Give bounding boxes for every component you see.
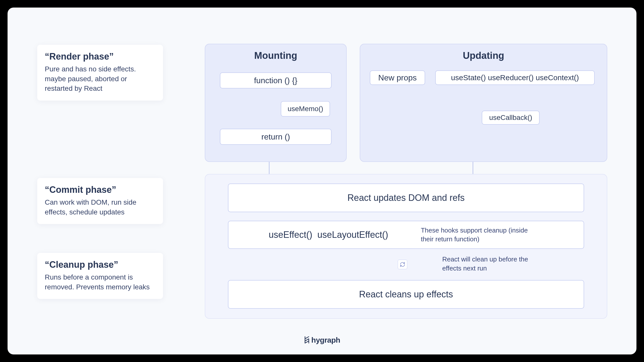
node-usememo: useMemo() <box>281 101 330 117</box>
node-return: return () <box>220 129 332 145</box>
phase-desc: Pure and has no side effects. maybe paus… <box>45 64 155 94</box>
annotation-cleanup-before: React will clean up before the effects n… <box>442 255 548 273</box>
phase-card-render: “Render phase” Pure and has no side effe… <box>37 45 163 101</box>
brand-text: hygraph <box>311 336 340 344</box>
node-usecallback: useCallback() <box>482 111 540 125</box>
sync-icon <box>398 260 407 269</box>
annotation-cleanup-support: These hooks support cleanup (inside thei… <box>421 226 532 244</box>
effect-hooks-text: useEffect() useLayoutEffect() <box>269 230 388 240</box>
panel-title: Updating <box>366 50 601 61</box>
phase-desc: Can work with DOM, run side effects, sch… <box>45 198 155 217</box>
panel-updating: Updating <box>360 44 607 162</box>
node-effect-row: useEffect() useLayoutEffect() These hook… <box>228 221 584 249</box>
phase-card-commit: “Commit phase” Can work with DOM, run si… <box>37 178 163 224</box>
node-newprops: New props <box>370 70 425 85</box>
node-cleans-up: React cleans up effects <box>228 280 584 309</box>
phase-card-cleanup: “Cleanup phase” Runs before a component … <box>37 253 163 299</box>
node-updates-dom: React updates DOM and refs <box>228 184 584 212</box>
node-hooksrow: useState() useReducer() useContext() <box>435 70 595 85</box>
phase-title: “Render phase” <box>45 51 155 62</box>
panel-title: Mounting <box>211 50 340 61</box>
node-function: function () {} <box>220 72 332 88</box>
diagram-canvas: “Render phase” Pure and has no side effe… <box>8 8 636 354</box>
phase-desc: Runs before a component is removed. Prev… <box>45 273 155 292</box>
phase-title: “Commit phase” <box>45 185 155 195</box>
brand-logo: hygraph <box>8 336 636 344</box>
phase-title: “Cleanup phase” <box>45 259 155 270</box>
